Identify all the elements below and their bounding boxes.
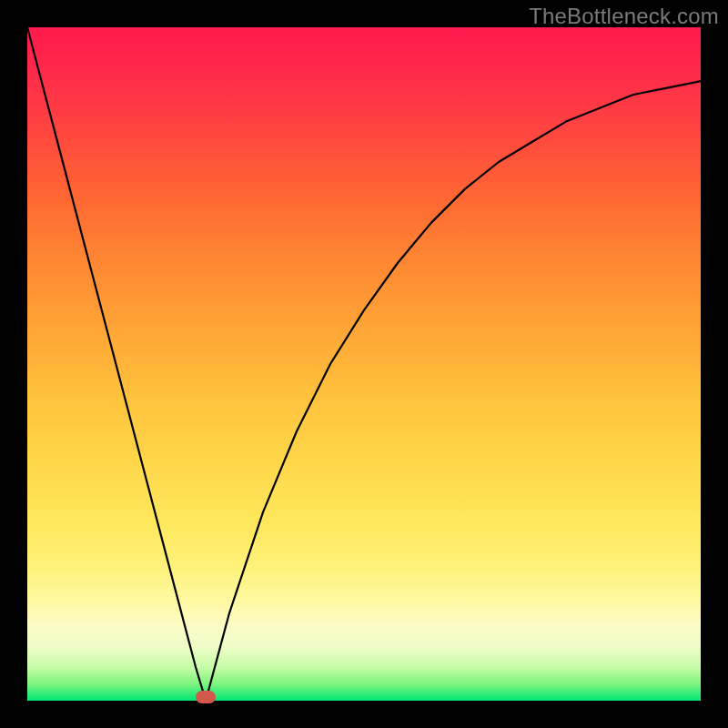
optimal-point-marker <box>196 691 216 703</box>
curve-svg <box>27 27 701 701</box>
plot-area <box>27 27 701 701</box>
chart-frame: TheBottleneck.com <box>0 0 728 728</box>
watermark-text: TheBottleneck.com <box>529 4 719 29</box>
bottleneck-curve <box>27 27 701 701</box>
